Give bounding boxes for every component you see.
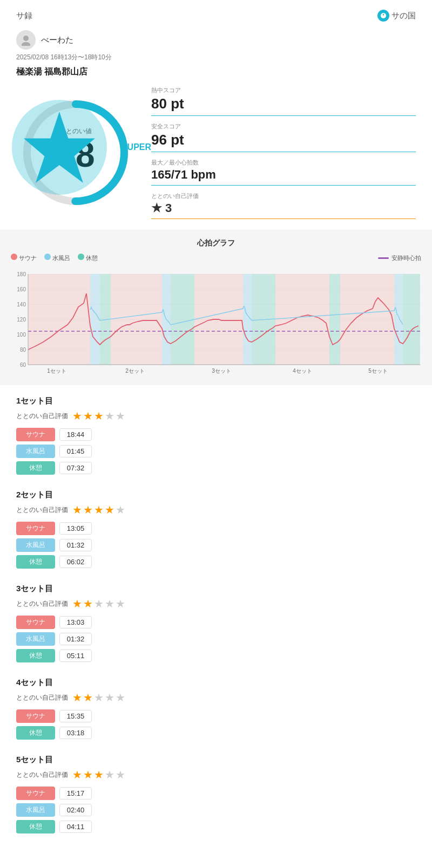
star-2-1: ★ <box>72 503 82 516</box>
set-times-2: サウナ13:05水風呂01:32休憩06:02 <box>16 522 416 569</box>
score-metrics: 熱中スコア 80 pt 安全スコア 96 pt 最大／最小心拍数 165/71 … <box>151 86 416 219</box>
svg-text:100: 100 <box>17 332 26 338</box>
rest-dot <box>78 254 84 260</box>
heart-rate-chart: 180 160 140 120 100 80 60 <box>11 266 421 374</box>
legend-row: サウナ 水風呂 休憩 安静時心拍 <box>11 254 421 262</box>
time-2-1: 13:05 <box>59 522 92 535</box>
star-4-1: ★ <box>72 691 82 704</box>
set-title-5: 5セット目 <box>16 755 416 765</box>
set-title-2: 2セット目 <box>16 490 416 500</box>
tag-rest-1-3: 休憩 <box>16 461 55 475</box>
set-time-row-4-1: サウナ15:35 <box>16 709 416 723</box>
metric-safety: 安全スコア 96 pt <box>151 122 416 152</box>
svg-rect-34 <box>403 274 420 365</box>
star-1-1: ★ <box>72 409 82 422</box>
time-3-2: 01:32 <box>59 633 92 645</box>
set-times-4: サウナ15:35休憩03:18 <box>16 709 416 740</box>
tag-water-5-2: 水風呂 <box>16 803 55 817</box>
legend-sauna: サウナ <box>11 254 37 262</box>
metric-rating-value: ★ 3 <box>151 201 416 215</box>
svg-rect-26 <box>90 274 100 365</box>
svg-rect-25 <box>340 274 394 365</box>
svg-text:1セット: 1セット <box>47 368 66 374</box>
time-4-1: 15:35 <box>59 710 92 722</box>
svg-text:160: 160 <box>17 286 26 292</box>
tag-sauna-5-1: サウナ <box>16 787 55 800</box>
metric-safety-label: 安全スコア <box>151 122 416 131</box>
metric-rating: ととのい自己評価 ★ 3 <box>151 192 416 219</box>
badge-label: SUPER <box>122 142 151 152</box>
star-4-2: ★ <box>83 691 93 704</box>
star-5-5: ★ <box>116 768 125 781</box>
svg-point-1 <box>23 36 29 41</box>
set-stars-2: ★★★★★ <box>72 503 125 516</box>
set-block-3: 3セット目ととのい自己評価★★★★★サウナ13:03水風呂01:32休憩05:1… <box>16 584 416 662</box>
metric-bpm-value: 165/71 bpm <box>151 168 416 182</box>
time-1-3: 07:32 <box>59 462 92 474</box>
header: サ録 サの国 <box>0 0 432 27</box>
svg-text:2セット: 2セット <box>125 368 145 374</box>
metric-heat: 熱中スコア 80 pt <box>151 86 416 116</box>
set-rating-label-2: ととのい自己評価 <box>16 505 68 515</box>
svg-text:60: 60 <box>20 362 26 368</box>
set-block-2: 2セット目ととのい自己評価★★★★★サウナ13:05水風呂01:32休憩06:0… <box>16 490 416 569</box>
svg-text:3セット: 3セット <box>212 368 231 374</box>
metric-rating-label: ととのい自己評価 <box>151 192 416 200</box>
resting-hr-line <box>378 257 389 259</box>
star-5-1: ★ <box>72 768 82 781</box>
set-time-row-1-2: 水風呂01:45 <box>16 445 416 458</box>
graph-section: 心拍グラフ サウナ 水風呂 休憩 安静時心拍 180 <box>0 230 432 385</box>
facility-name: 極楽湯 福島郡山店 <box>0 64 432 86</box>
set-rating-row-5: ととのい自己評価★★★★★ <box>16 768 416 781</box>
avatar <box>16 30 36 50</box>
brand-icon <box>377 10 389 22</box>
set-time-row-2-2: 水風呂01:32 <box>16 538 416 552</box>
set-block-5: 5セット目ととのい自己評価★★★★★サウナ15:17水風呂02:40休憩04:1… <box>16 755 416 833</box>
legend-water: 水風呂 <box>44 254 70 262</box>
tag-sauna-1-1: サウナ <box>16 428 55 441</box>
svg-rect-33 <box>329 274 340 365</box>
set-stars-1: ★★★★★ <box>72 409 125 422</box>
svg-point-2 <box>22 42 30 46</box>
set-rating-row-3: ととのい自己評価★★★★★ <box>16 597 416 610</box>
star-1-3: ★ <box>94 409 104 422</box>
user-name: べーわた <box>41 35 73 45</box>
set-rating-row-2: ととのい自己評価★★★★★ <box>16 503 416 516</box>
star-2-3: ★ <box>94 503 104 516</box>
time-2-2: 01:32 <box>59 539 92 551</box>
metric-heat-value: 80 pt <box>151 95 416 112</box>
session-date: 2025/02/08 16時13分〜18時10分 <box>0 52 432 64</box>
set-time-row-3-2: 水風呂01:32 <box>16 632 416 646</box>
star-1-5: ★ <box>116 409 125 422</box>
star-2-4: ★ <box>105 503 114 516</box>
star-3-3: ★ <box>94 597 104 610</box>
svg-text:4セット: 4セット <box>293 368 312 374</box>
legend-rest: 休憩 <box>78 254 98 262</box>
set-stars-5: ★★★★★ <box>72 768 125 781</box>
set-time-row-4-2: 休憩03:18 <box>16 726 416 740</box>
star-3-1: ★ <box>72 597 82 610</box>
svg-text:80: 80 <box>20 347 26 353</box>
star-5-2: ★ <box>83 768 93 781</box>
metric-bpm-label: 最大／最小心拍数 <box>151 159 416 167</box>
time-3-3: 05:11 <box>59 650 92 662</box>
set-times-3: サウナ13:03水風呂01:32休憩05:11 <box>16 616 416 662</box>
set-time-row-5-2: 水風呂02:40 <box>16 803 416 817</box>
set-rating-label-5: ととのい自己評価 <box>16 770 68 780</box>
time-1-2: 01:45 <box>59 445 92 457</box>
legend-left: サウナ 水風呂 休憩 <box>11 254 98 262</box>
set-time-row-1-3: 休憩07:32 <box>16 461 416 475</box>
set-block-1: 1セット目ととのい自己評価★★★★★サウナ18:44水風呂01:45休憩07:3… <box>16 396 416 475</box>
water-dot <box>44 254 51 260</box>
set-times-1: サウナ18:44水風呂01:45休憩07:32 <box>16 428 416 475</box>
time-5-1: 15:17 <box>59 787 92 799</box>
svg-rect-22 <box>111 274 162 365</box>
sauna-dot <box>11 254 17 260</box>
sets-section: 1セット目ととのい自己評価★★★★★サウナ18:44水風呂01:45休憩07:3… <box>0 385 432 859</box>
legend-right: 安静時心拍 <box>378 254 421 262</box>
tag-rest-5-3: 休憩 <box>16 820 55 833</box>
svg-text:5セット: 5セット <box>368 368 388 374</box>
circle-gauge: ととのい値 88 SUPER <box>16 93 135 212</box>
set-stars-3: ★★★★★ <box>72 597 125 610</box>
tag-water-2-2: 水風呂 <box>16 538 55 552</box>
